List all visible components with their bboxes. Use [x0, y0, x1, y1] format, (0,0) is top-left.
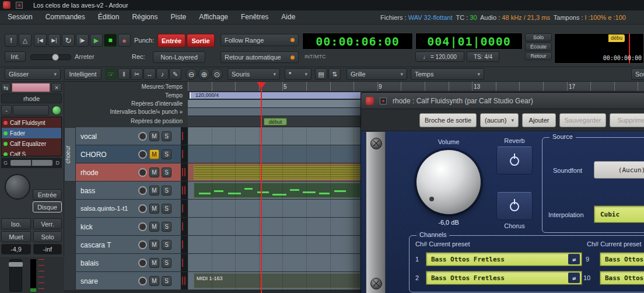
- track-name[interactable]: kick: [80, 223, 93, 231]
- pin-connections-button[interactable]: Broche de sortie: [419, 113, 477, 127]
- processor-led[interactable]: [4, 131, 8, 135]
- strip-blank-button[interactable]: [13, 105, 49, 116]
- track-color-strip[interactable]: [12, 83, 50, 92]
- record-arm-button[interactable]: [138, 132, 147, 141]
- timesig-button[interactable]: TS: 4/4: [467, 51, 499, 62]
- listen-monitor-button[interactable]: Écoute: [525, 43, 552, 51]
- track-row-choro[interactable]: CHORO M S: [76, 145, 181, 163]
- volume-knob[interactable]: [416, 150, 481, 214]
- ruler-label-location-markers[interactable]: Repères de position: [64, 118, 186, 124]
- loop-button[interactable]: ↻: [62, 34, 75, 47]
- track-mute-button[interactable]: M: [149, 240, 159, 250]
- track-name[interactable]: rhode: [80, 169, 99, 177]
- group-tab-choeur[interactable]: choeur: [64, 127, 76, 182]
- drag-mode-dropdown[interactable]: Glisser▾: [5, 68, 61, 80]
- preset-lcd[interactable]: Bass Ottos Fretless: [600, 271, 644, 285]
- soundfont-button[interactable]: (Aucun): [594, 161, 644, 179]
- mini-timeline[interactable]: débu 00:00:00:00: [554, 33, 644, 64]
- tempo-button[interactable]: ♩ = 120,000: [415, 51, 464, 62]
- record-arm-button[interactable]: [138, 186, 147, 195]
- start-marker-flag[interactable]: débu: [608, 34, 625, 42]
- menu-aide[interactable]: Aide: [275, 11, 302, 23]
- nudge-button[interactable]: ⇅: [328, 68, 341, 80]
- plugin-titlebar[interactable]: rhode : Calf Fluidsynth (par Calf Studio…: [361, 93, 644, 109]
- pan-bar[interactable]: [10, 160, 52, 166]
- ruler-label-tempo[interactable]: Tempo: [64, 92, 186, 99]
- marker-list-button[interactable]: ▤: [315, 68, 327, 80]
- follow-range-dropdown[interactable]: Follow Range: [220, 34, 299, 46]
- range-tool-button[interactable]: ‖: [118, 68, 130, 80]
- track-name[interactable]: snare: [80, 277, 98, 285]
- midi-region-bass[interactable]: [194, 183, 360, 198]
- input-button[interactable]: Entrée: [33, 189, 62, 200]
- processor-fader[interactable]: Fader: [2, 128, 61, 138]
- menu-session[interactable]: Session: [1, 11, 39, 23]
- ruler-label-range-markers[interactable]: Repères d'intervalle: [64, 100, 186, 107]
- mouse-mode-dropdown[interactable]: Souris▾: [228, 68, 280, 80]
- isolate-button[interactable]: Iso.: [1, 218, 31, 229]
- goto-end-button[interactable]: ▶|: [48, 34, 61, 47]
- track-solo-button[interactable]: S: [162, 168, 172, 177]
- auto-return-dropdown[interactable]: Retour automatique: [220, 51, 299, 63]
- record-arm-button[interactable]: [138, 222, 147, 231]
- punch-in-button[interactable]: Entrée: [158, 34, 186, 47]
- modifier-dropdown[interactable]: *▾: [285, 68, 312, 80]
- preset-lcd[interactable]: Bass Ottos Fretless: [600, 252, 644, 266]
- add-preset-button[interactable]: Ajouter: [522, 113, 556, 127]
- track-name[interactable]: bass: [80, 187, 95, 195]
- zoom-focus-dropdown[interactable]: Souris: [631, 68, 644, 80]
- reverb-power-button[interactable]: [496, 146, 533, 175]
- track-name[interactable]: vocal: [80, 132, 97, 141]
- track-mute-button[interactable]: M: [149, 258, 159, 268]
- track-row-salsa-quinto[interactable]: salsa.quinto-1-t1 M S: [76, 200, 181, 218]
- shuttle-handle[interactable]: [52, 54, 59, 61]
- metronome-button[interactable]: △: [19, 34, 32, 47]
- preset-dropdown[interactable]: (aucun) ▾: [480, 113, 519, 127]
- fader-handle[interactable]: [9, 262, 23, 267]
- solo-button[interactable]: Solo: [33, 231, 62, 242]
- record-arm-button[interactable]: [138, 259, 147, 267]
- peak-display[interactable]: -inf: [33, 244, 62, 254]
- tempo-marker[interactable]: 120,000/4: [190, 92, 360, 99]
- track-name[interactable]: salsa.quinto-1-t1: [80, 205, 128, 212]
- solo-monitor-button[interactable]: Solo: [525, 33, 552, 41]
- panner[interactable]: G D: [1, 158, 62, 168]
- strip-minus-button[interactable]: -: [1, 105, 12, 116]
- disk-button[interactable]: Disque: [33, 201, 62, 212]
- lock-button[interactable]: Verr.: [33, 218, 62, 229]
- zoom-out-button[interactable]: ⊖: [186, 68, 197, 80]
- preset-swap-button[interactable]: ⇄: [568, 273, 580, 283]
- ruler-label-bars[interactable]: Mesures:Temps: [64, 83, 186, 90]
- track-row-snare[interactable]: snare M S: [76, 272, 181, 290]
- track-solo-button[interactable]: S: [162, 240, 172, 250]
- meter-point-ball[interactable]: [52, 106, 61, 115]
- track-mute-button[interactable]: M: [149, 131, 159, 141]
- track-name[interactable]: CHORO: [80, 151, 107, 159]
- track-row-cascara[interactable]: cascara T M S: [76, 236, 181, 254]
- stop-button[interactable]: ■: [104, 34, 117, 47]
- track-name[interactable]: cascara T: [80, 241, 111, 249]
- sync-source-button[interactable]: Int.: [5, 51, 26, 62]
- menu-affichage[interactable]: Affichage: [192, 11, 235, 23]
- audition-tool-button[interactable]: ♪: [156, 68, 169, 80]
- track-mute-button[interactable]: M: [149, 222, 159, 232]
- delete-preset-button[interactable]: Supprimer: [610, 113, 644, 127]
- processor-led[interactable]: [4, 142, 8, 146]
- zoom-fit-button[interactable]: ⊙: [211, 68, 223, 80]
- track-name[interactable]: balais: [80, 259, 99, 267]
- track-solo-button[interactable]: S: [162, 186, 172, 196]
- zoom-in-button[interactable]: ⊕: [198, 68, 210, 80]
- record-arm-button[interactable]: [138, 204, 147, 213]
- track-solo-button[interactable]: S: [162, 258, 172, 268]
- cut-tool-button[interactable]: ✂: [131, 68, 143, 80]
- menu-edition[interactable]: Édition: [92, 11, 126, 23]
- trim-knob[interactable]: [5, 174, 30, 200]
- grab-tool-button[interactable]: ☞: [105, 68, 117, 80]
- track-solo-button[interactable]: S: [162, 222, 172, 232]
- midi-region-rhode[interactable]: [194, 165, 360, 180]
- gain-fader[interactable]: [9, 259, 22, 292]
- playhead-line[interactable]: [261, 82, 262, 293]
- shuttle-slider[interactable]: [30, 54, 71, 60]
- track-solo-button[interactable]: S: [162, 131, 172, 141]
- save-preset-button[interactable]: Sauvegarder: [559, 113, 606, 127]
